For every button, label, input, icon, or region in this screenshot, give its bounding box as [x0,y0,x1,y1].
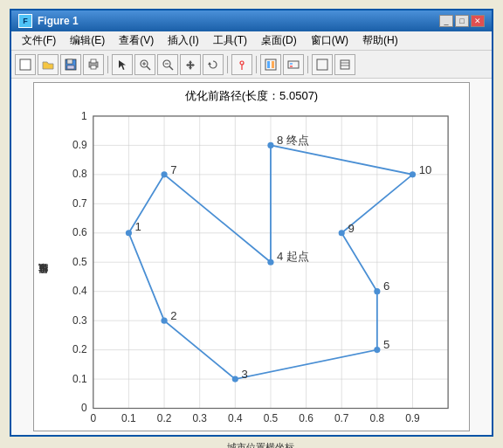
svg-text:0.9: 0.9 [72,139,87,151]
svg-text:1: 1 [81,110,87,122]
chart-container: 优化前路径(长度：5.0507) 城市位置纵坐标 [33,82,470,431]
menu-file[interactable]: 文件(F) [15,31,63,50]
minimize-button[interactable]: _ [439,15,453,27]
svg-rect-25 [341,60,349,69]
rotate-button[interactable] [203,54,224,75]
zoom-out-button[interactable] [157,54,178,75]
data-cursor-button[interactable] [231,54,252,75]
point-4 [267,259,273,265]
svg-text:0.8: 0.8 [370,412,385,424]
svg-text:0.5: 0.5 [264,412,279,424]
x-axis-label: 城市位置横坐标 [52,439,469,448]
point-8 [267,142,273,148]
svg-text:0.4: 0.4 [72,285,87,297]
insert-legend-button[interactable] [283,54,304,75]
chart-svg: 0 0.1 0.2 0.3 0.4 0.5 0.6 0.7 0.8 0.9 0 … [52,106,469,439]
label-4: 4 起点 [277,250,309,263]
svg-rect-21 [288,61,299,68]
menu-view[interactable]: 查看(V) [112,31,161,50]
menu-window[interactable]: 窗口(W) [304,31,355,50]
separator-4 [307,56,308,73]
edit-plot-button[interactable] [312,54,333,75]
svg-rect-3 [67,65,74,69]
separator-3 [256,56,257,73]
title-bar-left: F Figure 1 [18,14,79,28]
title-bar: F Figure 1 _ □ ✕ [11,10,492,31]
menu-insert[interactable]: 插入(I) [161,31,205,50]
svg-rect-0 [20,59,31,70]
maximize-button[interactable]: □ [455,15,469,27]
label-6: 6 [383,280,389,293]
svg-text:0.7: 0.7 [72,197,87,210]
point-2 [161,318,167,324]
svg-text:0.2: 0.2 [72,343,87,355]
zoom-in-button[interactable] [134,54,155,75]
pointer-tool[interactable] [112,54,133,75]
save-button[interactable] [60,54,81,75]
svg-text:0: 0 [90,412,96,424]
svg-text:0.4: 0.4 [228,412,243,424]
menu-edit[interactable]: 编辑(E) [63,31,112,50]
new-figure-button[interactable] [15,54,36,75]
menu-desktop[interactable]: 桌面(D) [254,31,304,50]
svg-text:0.6: 0.6 [72,226,87,238]
window-title: Figure 1 [38,15,79,27]
pan-button[interactable] [180,54,201,75]
label-7: 7 [170,163,176,176]
svg-text:0.1: 0.1 [121,412,136,424]
svg-rect-18 [265,59,276,70]
menu-help[interactable]: 帮助(H) [355,31,405,50]
svg-rect-5 [91,59,96,63]
point-10 [410,171,416,177]
svg-rect-2 [67,59,72,64]
point-6 [374,288,380,294]
close-button[interactable]: ✕ [471,15,485,27]
svg-line-13 [169,66,173,70]
point-5 [374,347,380,353]
svg-line-9 [147,66,150,70]
title-controls: _ □ ✕ [439,15,485,27]
label-3: 3 [241,368,247,381]
toolbar [11,51,492,79]
y-axis-label: 城市位置纵坐标 [34,106,52,448]
svg-text:0.2: 0.2 [157,412,172,424]
chart-title: 优化前路径(长度：5.0507) [185,88,318,104]
svg-rect-20 [272,61,274,68]
svg-marker-7 [119,60,126,70]
label-1: 1 [135,220,141,233]
label-10: 10 [419,163,432,176]
menu-bar: 文件(F) 编辑(E) 查看(V) 插入(I) 工具(T) 桌面(D) 窗口(W… [11,31,492,51]
separator-1 [107,56,108,73]
svg-text:0: 0 [81,402,87,414]
menu-tools[interactable]: 工具(T) [206,31,254,50]
print-button[interactable] [83,54,104,75]
plot-area: 优化前路径(长度：5.0507) 城市位置纵坐标 [11,79,492,435]
label-8: 8 终点 [277,134,309,147]
svg-text:0.3: 0.3 [72,314,87,327]
open-button[interactable] [38,54,59,75]
svg-rect-6 [91,65,96,69]
chart-right: 0 0.1 0.2 0.3 0.4 0.5 0.6 0.7 0.8 0.9 0 … [52,106,469,448]
svg-text:0.3: 0.3 [192,412,207,424]
label-2: 2 [170,309,176,322]
point-3 [232,376,238,382]
insert-colorbar-button[interactable] [260,54,281,75]
label-5: 5 [383,338,389,351]
point-7 [161,171,167,177]
svg-text:0.8: 0.8 [72,168,87,180]
separator-2 [227,56,228,73]
main-window: F Figure 1 _ □ ✕ 文件(F) 编辑(E) 查看(V) 插入(I)… [10,9,493,437]
point-9 [339,230,345,236]
svg-marker-15 [208,62,211,65]
svg-text:0.6: 0.6 [299,412,314,424]
svg-rect-19 [267,61,270,68]
label-9: 9 [348,222,354,235]
svg-rect-24 [317,59,327,70]
property-editor-button[interactable] [334,54,355,75]
svg-point-16 [240,61,244,65]
chart-inner: 城市位置纵坐标 [34,106,469,448]
svg-text:0.7: 0.7 [334,412,349,424]
window-icon: F [18,14,32,28]
svg-text:0.5: 0.5 [72,256,87,268]
svg-text:0.1: 0.1 [72,373,87,385]
